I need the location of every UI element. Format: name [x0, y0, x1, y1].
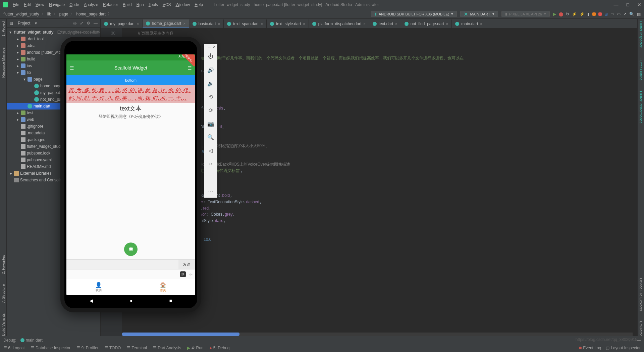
- emu-min-icon[interactable]: —: [208, 45, 211, 49]
- stripe-project[interactable]: 1: Project: [1, 21, 5, 36]
- stripe-emulator[interactable]: Emulator: [639, 321, 643, 336]
- stripe-inspector[interactable]: Flutter Inspector: [639, 21, 643, 47]
- event-log[interactable]: Event Log: [579, 346, 601, 350]
- device-selector[interactable]: ▮ANDROID SDK BUILT FOR X86 (MOBILE)▾: [371, 11, 457, 17]
- send-button[interactable]: 发送: [178, 260, 195, 269]
- menu-vcs[interactable]: VCS: [163, 2, 171, 7]
- android-nav-bar[interactable]: ◀ ● ■: [71, 296, 191, 306]
- stripe-performance[interactable]: Flutter Performance: [639, 91, 643, 124]
- overview-icon[interactable]: ■: [169, 298, 172, 303]
- debug-target[interactable]: main.dart: [20, 338, 43, 343]
- menu-navigate[interactable]: Navigate: [49, 2, 65, 7]
- stripe-device-explorer[interactable]: Device File Explorer: [639, 278, 643, 311]
- menu-icon[interactable]: ☰: [70, 65, 74, 71]
- crumb[interactable]: lib: [47, 12, 51, 16]
- zoom-icon[interactable]: 🔍: [204, 130, 217, 144]
- project-view-selector[interactable]: Project: [15, 20, 33, 26]
- close-icon[interactable]: ✕: [637, 2, 641, 7]
- close-tab-icon[interactable]: ×: [480, 22, 482, 26]
- avatar-icon[interactable]: ▤: [637, 12, 641, 16]
- menu-run[interactable]: Run: [137, 2, 144, 7]
- stop-icon[interactable]: [598, 12, 602, 16]
- crumb[interactable]: flutter_widget_study: [3, 12, 39, 16]
- run-icon[interactable]: ▶: [553, 12, 556, 16]
- power-icon[interactable]: ⏻: [204, 50, 217, 63]
- overview-btn-icon[interactable]: □: [204, 171, 217, 184]
- tree-ext-libs[interactable]: External Libraries: [20, 171, 51, 176]
- left-stripe[interactable]: 1: Project Resource Manager 2: Favorites…: [0, 19, 7, 336]
- bottom-tab[interactable]: ☰ Terminal: [127, 346, 147, 350]
- bottom-tab[interactable]: ☰ 9: Profiler: [76, 346, 99, 350]
- hide-icon[interactable]: —: [94, 21, 98, 26]
- back-icon[interactable]: ◀: [90, 298, 93, 303]
- home-icon[interactable]: ●: [130, 298, 132, 303]
- editor-tab[interactable]: not_find_page.dart×: [401, 19, 452, 28]
- grid-icon[interactable]: ⊞: [604, 12, 608, 16]
- menu-help[interactable]: Help: [195, 2, 203, 7]
- bottom-tabs[interactable]: ☰ 6: Logcat☰ Database Inspector☰ 9: Prof…: [0, 344, 644, 352]
- emulator-controls[interactable]: —✕ ⏻ 🔊 🔉 ⟲ ⟳ 📷 🔍 ◁ ○ □ ⋯: [204, 44, 217, 198]
- debug-icon[interactable]: ⬤: [559, 12, 563, 16]
- target-icon[interactable]: ◎: [73, 21, 76, 26]
- rotate-right-icon[interactable]: ⟳: [204, 103, 217, 117]
- menu-file[interactable]: File: [13, 2, 19, 7]
- editor-tab[interactable]: text_style.dart×: [267, 19, 309, 28]
- emu-close-icon[interactable]: ✕: [213, 45, 216, 49]
- hot-reload-icon[interactable]: ⚡: [572, 12, 577, 16]
- editor-tab[interactable]: home_page.dart×: [143, 19, 189, 28]
- stripe-variants[interactable]: Build Variants: [1, 313, 5, 336]
- close-tab-icon[interactable]: ×: [261, 22, 263, 26]
- editor-tab[interactable]: main.dart×: [452, 19, 486, 28]
- home-btn-icon[interactable]: ○: [204, 157, 217, 171]
- close-tab-icon[interactable]: ×: [218, 22, 220, 26]
- right-stripe[interactable]: Flutter Inspector Flutter Outline Flutte…: [637, 19, 644, 336]
- crumb[interactable]: home_page.dart: [76, 12, 105, 16]
- bluetooth-icon[interactable]: ⊹: [189, 272, 193, 277]
- nav-item-mine[interactable]: 👤我的: [66, 279, 131, 295]
- drawer-icon[interactable]: ☰: [187, 65, 192, 71]
- close-tab-icon[interactable]: ×: [446, 22, 448, 26]
- back-btn-icon[interactable]: ◁: [204, 144, 217, 157]
- editor-tab[interactable]: text.dart×: [369, 19, 401, 28]
- tool2-icon[interactable]: ▭: [617, 12, 621, 16]
- tool3-icon[interactable]: ↗: [623, 12, 627, 16]
- main-menu[interactable]: FileEditViewNavigateCodeAnalyzeRefactorB…: [13, 2, 203, 7]
- tree-root[interactable]: flutter_widget_study: [14, 30, 53, 35]
- search-icon[interactable]: 🔍: [629, 12, 634, 16]
- emulator-selector[interactable]: ▮PIXEL 3A XL API 26▾: [501, 11, 550, 17]
- crumb[interactable]: page: [59, 12, 68, 16]
- attach-icon[interactable]: ▮: [587, 12, 590, 16]
- layout-inspector[interactable]: ▢ Layout Inspector: [606, 346, 641, 350]
- editor-tab[interactable]: basic.dart×: [189, 19, 224, 28]
- menu-view[interactable]: View: [36, 2, 44, 7]
- rotate-left-icon[interactable]: ⟲: [204, 90, 217, 103]
- volume-down-icon[interactable]: 🔉: [204, 77, 217, 90]
- close-tab-icon[interactable]: ×: [303, 22, 305, 26]
- input-method-icon[interactable]: 拼: [180, 271, 186, 277]
- bottom-tab[interactable]: ▶ 4: Run: [187, 346, 203, 350]
- menu-analyze[interactable]: Analyze: [84, 2, 98, 7]
- camera-icon[interactable]: 📷: [204, 117, 217, 130]
- coverage-icon[interactable]: ↻: [566, 12, 569, 16]
- bottom-tab[interactable]: ● 5: Debug: [210, 346, 230, 350]
- fab-button[interactable]: ✱: [124, 243, 138, 256]
- maximize-icon[interactable]: □: [627, 2, 629, 7]
- bottom-tab[interactable]: ☰ 6: Logcat: [3, 346, 25, 350]
- nav-item-home[interactable]: 🏠首页: [131, 279, 195, 295]
- volume-up-icon[interactable]: 🔊: [204, 63, 217, 77]
- menu-window[interactable]: Window: [175, 2, 190, 7]
- breadcrumb[interactable]: flutter_widget_study〉lib〉page〉home_page.…: [3, 11, 112, 17]
- editor-tabs[interactable]: my_page.dart×home_page.dart×basic.dart×t…: [101, 19, 637, 28]
- editor-tab[interactable]: platform_dispatcher.dart×: [309, 19, 369, 28]
- stripe-structure[interactable]: 7: Structure: [1, 284, 5, 303]
- bottom-navigation[interactable]: 👤我的 🏠首页: [66, 279, 195, 295]
- bottom-tab[interactable]: ☰ Dart Analysis: [153, 346, 181, 350]
- close-tab-icon[interactable]: ×: [395, 22, 397, 26]
- tree-scratches[interactable]: Scratches and Consoles: [20, 178, 64, 182]
- bottom-tab[interactable]: ☰ TODO: [105, 346, 121, 350]
- more-btn-icon[interactable]: ⋯: [204, 184, 217, 197]
- close-tab-icon[interactable]: ×: [137, 22, 139, 26]
- collapse-icon[interactable]: ⤢: [80, 21, 83, 26]
- bottom-tab[interactable]: ☰ Database Inspector: [31, 346, 70, 350]
- close-tab-icon[interactable]: ×: [364, 22, 366, 26]
